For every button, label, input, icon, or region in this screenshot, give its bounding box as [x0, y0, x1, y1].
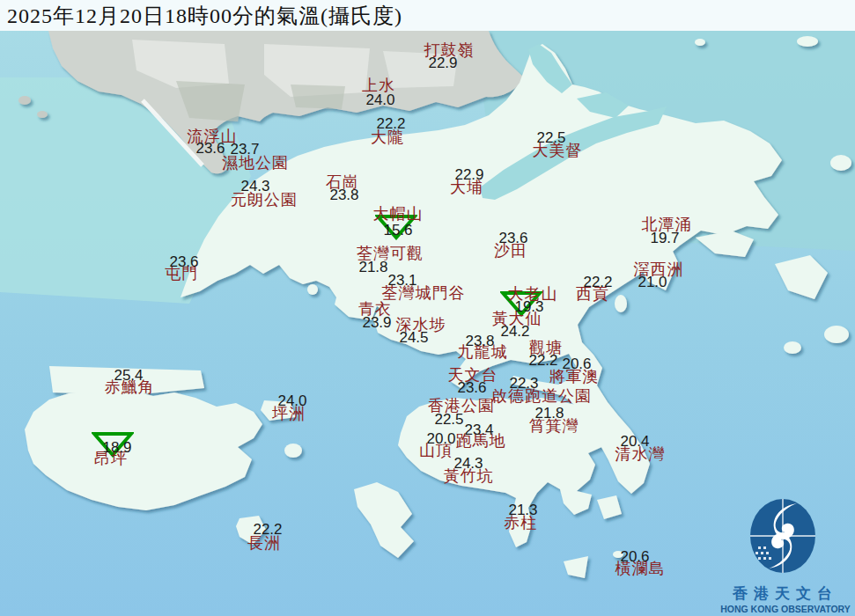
title-bar: 2025年12月20日18時00分的氣溫(攝氏度) [0, 0, 855, 31]
station-temp-label: 24.0 [365, 92, 394, 109]
station-temp-label: 24.3 [240, 178, 269, 195]
east-islet-1 [824, 326, 849, 343]
station-temp-label: 21.8 [358, 259, 387, 276]
station-temp-label: 20.6 [562, 356, 591, 373]
hko-logo: 香港天文台 HONG KONG OBSERVATORY [719, 497, 851, 614]
hei-ling-chau-island [284, 444, 302, 458]
station-temp-label: 23.6 [498, 230, 527, 247]
station-temp-label: 15.6 [383, 222, 412, 239]
station-temp-label: 18.9 [102, 439, 131, 457]
station-temp-label: 21.3 [508, 502, 537, 519]
hko-logo-chinese: 香港天文台 [719, 583, 851, 604]
station-temp-label: 22.5 [536, 129, 565, 147]
station-temp-label: 22.3 [509, 375, 538, 392]
hko-logo-icon [719, 497, 851, 578]
station-temp-label: 23.4 [464, 422, 493, 439]
station-temp-label: 23.6 [195, 140, 225, 158]
station-temp-label: 19.3 [514, 298, 543, 316]
hko-logo-english: HONG KONG OBSERVATORY [719, 604, 851, 614]
station-temp-label: 24.2 [500, 323, 529, 341]
ma-wan-island [307, 284, 318, 295]
ne-islet-1 [797, 36, 818, 47]
station-temp-label: 21.0 [638, 274, 667, 291]
station-temp-label: 22.9 [454, 166, 483, 184]
station-temp-label: 22.2 [528, 352, 557, 370]
sharp-island [615, 295, 627, 312]
station-temp-label: 22.2 [253, 521, 282, 539]
station-temp-label: 23.8 [465, 333, 494, 350]
station-temp-label: 20.0 [426, 430, 455, 448]
east-islet-2 [784, 341, 801, 354]
station-temp-label: 24.3 [453, 455, 483, 473]
ne-islet-3 [830, 155, 851, 171]
station-temp-label: 23.1 [387, 272, 416, 290]
station-temp-label: 21.8 [534, 405, 564, 422]
station-temp-label: 23.9 [362, 314, 391, 332]
station-temp-label: 19.7 [650, 230, 679, 247]
station-temp-label: 22.5 [434, 411, 463, 429]
station-temp-label: 23.7 [230, 141, 259, 158]
station-temp-label: 25.4 [114, 367, 143, 385]
station-temp-label: 20.4 [620, 433, 649, 451]
station-temp-label: 22.2 [376, 115, 405, 133]
station-name-label: 啟德跑道公園 [491, 385, 592, 407]
station-temp-label: 22.2 [583, 274, 612, 291]
station-temp-label: 24.5 [399, 329, 428, 347]
station-temp-label: 20.6 [620, 548, 649, 566]
station-temp-label: 24.0 [277, 392, 306, 410]
station-temp-label: 23.6 [169, 253, 198, 271]
page-title: 2025年12月20日18時00分的氣溫(攝氏度) [7, 2, 402, 30]
ne-islet-2 [695, 39, 705, 46]
station-temp-label: 23.6 [457, 379, 486, 397]
temperature-map-screen: 2025年12月20日18時00分的氣溫(攝氏度) 打鼓嶺22.9上水24.0大… [0, 0, 855, 616]
station-temp-label: 22.9 [428, 55, 457, 72]
station-temp-label: 23.8 [329, 187, 358, 204]
